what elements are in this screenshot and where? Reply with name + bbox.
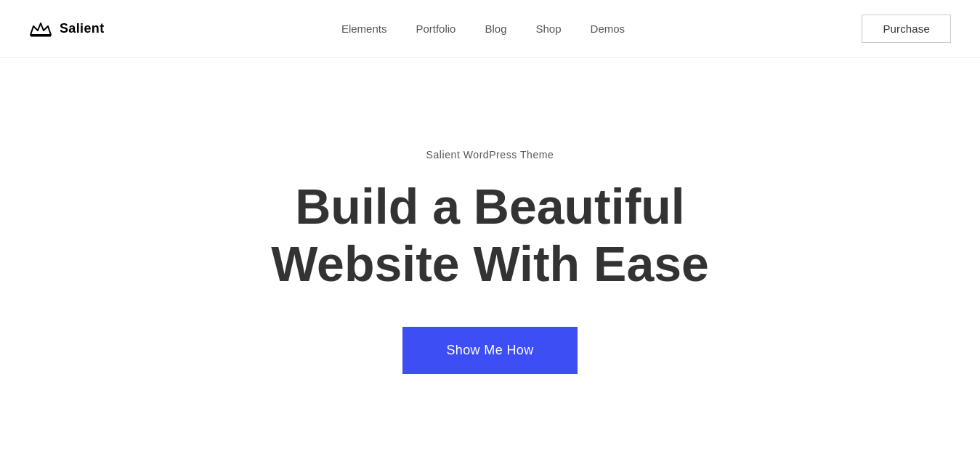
nav-item-demos[interactable]: Demos: [591, 23, 625, 35]
main-nav: Elements Portfolio Blog Shop Demos: [341, 23, 625, 35]
hero-title-line2: Website With Ease: [271, 236, 709, 291]
purchase-button[interactable]: Purchase: [862, 15, 951, 43]
nav-item-shop[interactable]: Shop: [536, 23, 562, 35]
nav-item-elements[interactable]: Elements: [341, 23, 387, 35]
hero-section: Salient WordPress Theme Build a Beautifu…: [0, 58, 980, 450]
hero-subtitle: Salient WordPress Theme: [426, 149, 554, 161]
logo-link[interactable]: Salient: [29, 20, 105, 38]
cta-button[interactable]: Show Me How: [402, 327, 577, 374]
hero-title-line1: Build a Beautiful: [295, 179, 684, 234]
crown-icon: [29, 20, 52, 38]
nav-item-portfolio[interactable]: Portfolio: [416, 23, 455, 35]
site-header: Salient Elements Portfolio Blog Shop Dem…: [0, 0, 980, 58]
hero-title: Build a Beautiful Website With Ease: [271, 178, 709, 291]
logo-text: Salient: [60, 21, 105, 36]
svg-rect-0: [31, 35, 51, 37]
nav-item-blog[interactable]: Blog: [485, 23, 506, 35]
